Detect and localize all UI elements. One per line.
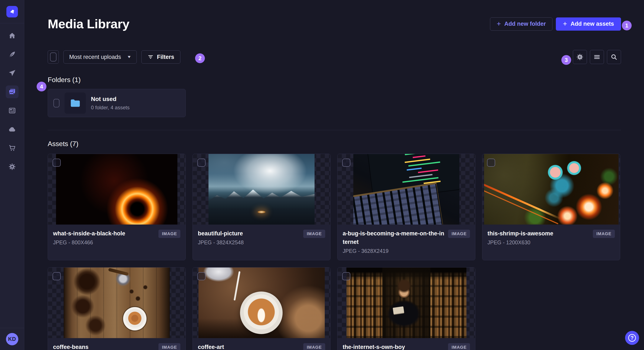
asset-checkbox[interactable] [198, 159, 206, 167]
list-icon [593, 53, 600, 61]
folder-card[interactable]: Not used 0 folder, 4 assets [48, 89, 186, 117]
asset-type-badge: IMAGE [158, 230, 180, 238]
folders-heading: Folders (1) [48, 76, 621, 84]
asset-text: coffee-beans JPEG - 5021X3347 [53, 343, 99, 350]
toolbar-right [573, 50, 621, 64]
sidebar-item-content-builder[interactable] [6, 48, 18, 61]
assets-heading: Assets (7) [48, 140, 621, 148]
sidebar-item-content-manager[interactable] [6, 104, 18, 117]
asset-title: this-shrimp-is-awesome [488, 229, 553, 238]
asset-type-badge: IMAGE [593, 230, 615, 238]
asset-meta: JPEG - 3824X2548 [198, 239, 244, 246]
sort-select-value: Most recent uploads [69, 54, 121, 60]
folder-icon [70, 98, 81, 109]
asset-text: the-internet-s-own-boy JPEG - 1200X707 [343, 343, 405, 350]
strapi-logo[interactable] [6, 6, 18, 17]
paper-plane-icon [8, 69, 16, 77]
add-new-assets-button[interactable]: + Add new assets [556, 17, 621, 31]
folder-icon-tile [64, 93, 86, 114]
asset-text: coffee-art JPEG - 5824X3259 [198, 343, 244, 350]
asset-image-laptop-code [353, 154, 459, 224]
assets-grid: what-s-inside-a-black-hole JPEG - 800X46… [48, 154, 621, 350]
header-actions: + Add new folder + Add new assets [490, 17, 621, 31]
asset-text: a-bug-is-becoming-a-meme-on-the-internet… [343, 229, 444, 254]
select-all-checkbox[interactable] [50, 52, 56, 61]
toolbar: Most recent uploads ▼ Filters [48, 50, 621, 64]
question-mark-icon: ? [628, 334, 636, 342]
annotation-badge-4: 4 [37, 82, 46, 91]
asset-thumbnail [338, 154, 475, 224]
asset-card[interactable]: coffee-art JPEG - 5824X3259 IMAGE [192, 267, 330, 350]
asset-card[interactable]: this-shrimp-is-awesome JPEG - 1200X630 I… [482, 154, 620, 260]
sidebar-item-releases[interactable] [6, 67, 18, 80]
asset-title: a-bug-is-becoming-a-meme-on-the-internet [343, 229, 444, 246]
plus-icon: + [497, 20, 501, 27]
asset-image-coffee-art [198, 268, 325, 338]
asset-image-library-boy [346, 268, 466, 338]
feather-icon [8, 51, 16, 58]
page-title: Media Library [48, 16, 130, 31]
asset-card[interactable]: what-s-inside-a-black-hole JPEG - 800X46… [48, 154, 186, 260]
asset-type-badge: IMAGE [448, 343, 470, 350]
annotation-badge-2: 2 [195, 53, 205, 63]
chevron-down-icon: ▼ [127, 55, 132, 59]
asset-card[interactable]: beautiful-picture JPEG - 3824X2548 IMAGE [192, 154, 330, 260]
asset-thumbnail [48, 268, 186, 338]
add-new-folder-button[interactable]: + Add new folder [490, 17, 552, 31]
asset-type-badge: IMAGE [448, 230, 470, 238]
annotation-badge-3: 3 [561, 55, 571, 65]
asset-type-badge: IMAGE [303, 343, 325, 350]
asset-checkbox[interactable] [342, 272, 350, 280]
asset-card[interactable]: a-bug-is-becoming-a-meme-on-the-internet… [337, 154, 475, 260]
asset-card[interactable]: coffee-beans JPEG - 5021X3347 IMAGE [48, 267, 186, 350]
asset-title: what-s-inside-a-black-hole [53, 229, 125, 238]
asset-meta: JPEG - 800X466 [53, 239, 125, 246]
cart-icon [8, 144, 16, 152]
sidebar-footer: KD [0, 328, 24, 350]
cloud-icon [8, 126, 16, 133]
section-divider [48, 130, 621, 130]
view-settings-button[interactable] [573, 50, 587, 64]
filters-button[interactable]: Filters [142, 50, 180, 64]
select-all-checkbox-container[interactable] [48, 50, 59, 64]
logo-container [0, 0, 24, 23]
asset-thumbnail [193, 268, 330, 338]
sidebar-item-settings[interactable] [6, 160, 18, 173]
asset-caption: the-internet-s-own-boy JPEG - 1200X707 I… [338, 338, 475, 350]
asset-meta: JPEG - 1200X630 [488, 239, 553, 246]
asset-title: beautiful-picture [198, 229, 244, 238]
asset-checkbox[interactable] [52, 272, 61, 280]
sort-select[interactable]: Most recent uploads ▼ [64, 50, 137, 64]
page-header: Media Library + Add new folder + Add new… [48, 16, 621, 31]
sidebar-item-media-library[interactable] [6, 85, 18, 98]
sidebar: KD [0, 0, 24, 350]
filters-label: Filters [157, 54, 174, 60]
asset-title: the-internet-s-own-boy [343, 343, 405, 350]
asset-checkbox[interactable] [52, 159, 61, 167]
asset-thumbnail [48, 154, 186, 224]
sidebar-item-marketplace[interactable] [6, 142, 18, 154]
sidebar-item-deploy[interactable] [6, 123, 18, 136]
list-view-button[interactable] [590, 50, 604, 64]
add-new-assets-label: Add new assets [570, 21, 614, 27]
search-button[interactable] [607, 50, 621, 64]
gear-icon [576, 53, 584, 61]
user-avatar[interactable]: KD [6, 333, 18, 345]
content-manager-icon [8, 107, 16, 114]
sidebar-item-home[interactable] [6, 29, 18, 42]
asset-image-coffee-beans [64, 268, 170, 338]
sidebar-nav [6, 23, 18, 173]
asset-caption: what-s-inside-a-black-hole JPEG - 800X46… [48, 224, 186, 252]
asset-checkbox[interactable] [198, 272, 206, 280]
asset-checkbox[interactable] [342, 159, 350, 167]
asset-caption: a-bug-is-becoming-a-meme-on-the-internet… [338, 224, 475, 260]
add-new-folder-label: Add new folder [504, 21, 546, 27]
main-content: Media Library + Add new folder + Add new… [24, 0, 644, 350]
asset-checkbox[interactable] [487, 159, 495, 167]
annotation-badge-1: 1 [622, 21, 632, 30]
folder-checkbox[interactable] [54, 99, 60, 107]
folder-info: Not used 0 folder, 4 assets [91, 96, 130, 111]
help-button[interactable]: ? [625, 331, 639, 345]
asset-card[interactable]: the-internet-s-own-boy JPEG - 1200X707 I… [337, 267, 475, 350]
asset-title: coffee-beans [53, 343, 99, 350]
